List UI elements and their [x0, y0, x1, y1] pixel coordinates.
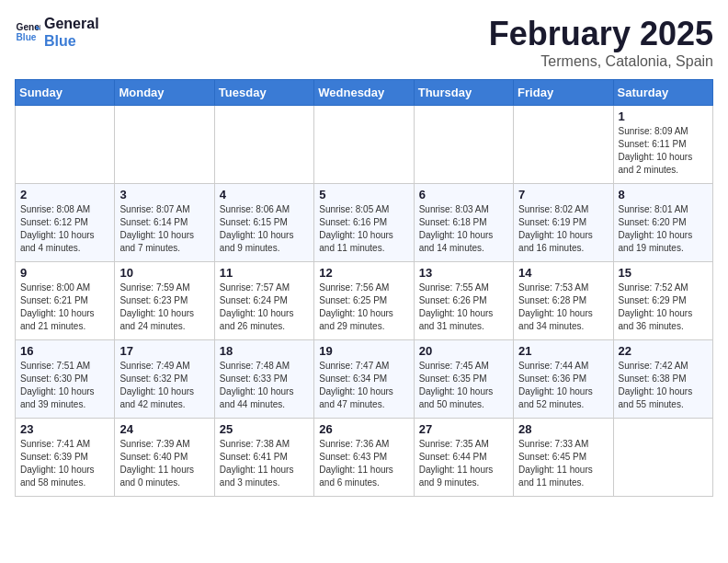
calendar-cell: 15Sunrise: 7:52 AM Sunset: 6:29 PM Dayli…	[613, 262, 712, 340]
calendar-cell: 26Sunrise: 7:36 AM Sunset: 6:43 PM Dayli…	[314, 419, 414, 497]
calendar-cell: 24Sunrise: 7:39 AM Sunset: 6:40 PM Dayli…	[115, 419, 214, 497]
day-info: Sunrise: 7:57 AM Sunset: 6:24 PM Dayligh…	[220, 282, 309, 333]
calendar-cell: 2Sunrise: 8:08 AM Sunset: 6:12 PM Daylig…	[16, 184, 115, 262]
day-number: 13	[419, 266, 508, 280]
day-number: 3	[119, 188, 209, 201]
day-info: Sunrise: 8:07 AM Sunset: 6:14 PM Dayligh…	[119, 203, 209, 255]
day-info: Sunrise: 8:01 AM Sunset: 6:20 PM Dayligh…	[619, 203, 708, 255]
day-info: Sunrise: 8:00 AM Sunset: 6:21 PM Dayligh…	[20, 282, 109, 333]
day-info: Sunrise: 7:53 AM Sunset: 6:28 PM Dayligh…	[518, 282, 608, 333]
logo-line2: Blue	[44, 32, 99, 50]
calendar-cell: 13Sunrise: 7:55 AM Sunset: 6:26 PM Dayli…	[414, 262, 513, 340]
day-number: 22	[619, 344, 708, 358]
calendar-cell: 1Sunrise: 8:09 AM Sunset: 6:11 PM Daylig…	[613, 106, 712, 184]
day-info: Sunrise: 7:33 AM Sunset: 6:45 PM Dayligh…	[518, 438, 608, 489]
day-number: 17	[119, 344, 209, 358]
day-number: 25	[220, 422, 309, 436]
day-header-saturday: Saturday	[613, 80, 712, 106]
day-info: Sunrise: 8:08 AM Sunset: 6:12 PM Dayligh…	[20, 203, 109, 255]
day-number: 24	[119, 422, 209, 436]
day-info: Sunrise: 7:55 AM Sunset: 6:26 PM Dayligh…	[419, 282, 508, 333]
day-header-wednesday: Wednesday	[314, 80, 414, 106]
day-number: 23	[20, 422, 109, 436]
calendar-cell	[16, 106, 115, 184]
day-number: 4	[220, 188, 309, 201]
calendar-cell	[514, 106, 613, 184]
day-number: 9	[20, 266, 109, 280]
day-info: Sunrise: 8:02 AM Sunset: 6:19 PM Dayligh…	[518, 203, 608, 255]
day-number: 20	[419, 344, 508, 358]
svg-text:Blue: Blue	[17, 33, 37, 43]
calendar-week-1: 1Sunrise: 8:09 AM Sunset: 6:11 PM Daylig…	[16, 106, 713, 184]
day-number: 19	[319, 344, 408, 358]
title-area: February 2025 Termens, Catalonia, Spain	[489, 15, 713, 70]
logo-line1: General	[44, 15, 99, 32]
calendar-cell: 10Sunrise: 7:59 AM Sunset: 6:23 PM Dayli…	[115, 262, 214, 340]
calendar-week-2: 2Sunrise: 8:08 AM Sunset: 6:12 PM Daylig…	[16, 184, 713, 262]
day-number: 7	[518, 188, 608, 201]
calendar-cell	[314, 106, 414, 184]
day-info: Sunrise: 7:56 AM Sunset: 6:25 PM Dayligh…	[319, 282, 408, 333]
location-title: Termens, Catalonia, Spain	[489, 53, 713, 70]
logo-icon: General Blue	[15, 19, 40, 45]
calendar-cell: 9Sunrise: 8:00 AM Sunset: 6:21 PM Daylig…	[16, 262, 115, 340]
day-number: 27	[419, 422, 508, 436]
day-info: Sunrise: 7:47 AM Sunset: 6:34 PM Dayligh…	[319, 360, 408, 411]
day-number: 16	[20, 344, 109, 358]
logo: General Blue General Blue	[15, 15, 99, 50]
day-info: Sunrise: 7:39 AM Sunset: 6:40 PM Dayligh…	[119, 438, 209, 489]
day-info: Sunrise: 7:41 AM Sunset: 6:39 PM Dayligh…	[20, 438, 109, 489]
day-number: 26	[319, 422, 408, 436]
calendar-cell: 14Sunrise: 7:53 AM Sunset: 6:28 PM Dayli…	[514, 262, 613, 340]
calendar-cell: 22Sunrise: 7:42 AM Sunset: 6:38 PM Dayli…	[613, 340, 712, 419]
calendar-cell: 25Sunrise: 7:38 AM Sunset: 6:41 PM Dayli…	[214, 419, 313, 497]
day-info: Sunrise: 7:42 AM Sunset: 6:38 PM Dayligh…	[619, 360, 708, 411]
calendar-cell: 4Sunrise: 8:06 AM Sunset: 6:15 PM Daylig…	[214, 184, 313, 262]
day-info: Sunrise: 7:49 AM Sunset: 6:32 PM Dayligh…	[119, 360, 209, 411]
calendar-cell: 7Sunrise: 8:02 AM Sunset: 6:19 PM Daylig…	[514, 184, 613, 262]
day-number: 11	[220, 266, 309, 280]
day-number: 21	[518, 344, 608, 358]
day-number: 15	[619, 266, 708, 280]
calendar-cell: 16Sunrise: 7:51 AM Sunset: 6:30 PM Dayli…	[16, 340, 115, 419]
calendar-cell: 11Sunrise: 7:57 AM Sunset: 6:24 PM Dayli…	[214, 262, 313, 340]
day-header-monday: Monday	[115, 80, 214, 106]
calendar-cell	[414, 106, 513, 184]
day-info: Sunrise: 7:36 AM Sunset: 6:43 PM Dayligh…	[319, 438, 408, 489]
day-header-friday: Friday	[514, 80, 613, 106]
calendar-cell: 12Sunrise: 7:56 AM Sunset: 6:25 PM Dayli…	[314, 262, 414, 340]
day-number: 14	[518, 266, 608, 280]
day-number: 18	[220, 344, 309, 358]
calendar: SundayMondayTuesdayWednesdayThursdayFrid…	[15, 79, 713, 497]
day-info: Sunrise: 8:03 AM Sunset: 6:18 PM Dayligh…	[419, 203, 508, 255]
day-number: 12	[319, 266, 408, 280]
calendar-cell	[115, 106, 214, 184]
day-info: Sunrise: 7:51 AM Sunset: 6:30 PM Dayligh…	[20, 360, 109, 411]
calendar-week-3: 9Sunrise: 8:00 AM Sunset: 6:21 PM Daylig…	[16, 262, 713, 340]
day-header-sunday: Sunday	[16, 80, 115, 106]
day-info: Sunrise: 7:59 AM Sunset: 6:23 PM Dayligh…	[119, 282, 209, 333]
calendar-cell: 28Sunrise: 7:33 AM Sunset: 6:45 PM Dayli…	[514, 419, 613, 497]
day-number: 6	[419, 188, 508, 201]
calendar-cell: 21Sunrise: 7:44 AM Sunset: 6:36 PM Dayli…	[514, 340, 613, 419]
day-number: 2	[20, 188, 109, 201]
day-info: Sunrise: 7:52 AM Sunset: 6:29 PM Dayligh…	[619, 282, 708, 333]
calendar-cell: 27Sunrise: 7:35 AM Sunset: 6:44 PM Dayli…	[414, 419, 513, 497]
day-number: 8	[619, 188, 708, 201]
calendar-cell: 3Sunrise: 8:07 AM Sunset: 6:14 PM Daylig…	[115, 184, 214, 262]
calendar-cell: 8Sunrise: 8:01 AM Sunset: 6:20 PM Daylig…	[613, 184, 712, 262]
month-title: February 2025	[489, 15, 713, 53]
calendar-cell	[214, 106, 313, 184]
calendar-header-row: SundayMondayTuesdayWednesdayThursdayFrid…	[16, 80, 713, 106]
calendar-week-4: 16Sunrise: 7:51 AM Sunset: 6:30 PM Dayli…	[16, 340, 713, 419]
day-info: Sunrise: 8:06 AM Sunset: 6:15 PM Dayligh…	[220, 203, 309, 255]
day-info: Sunrise: 7:38 AM Sunset: 6:41 PM Dayligh…	[220, 438, 309, 489]
day-header-thursday: Thursday	[414, 80, 513, 106]
day-info: Sunrise: 7:35 AM Sunset: 6:44 PM Dayligh…	[419, 438, 508, 489]
day-number: 10	[119, 266, 209, 280]
day-info: Sunrise: 8:09 AM Sunset: 6:11 PM Dayligh…	[619, 125, 708, 177]
day-header-tuesday: Tuesday	[214, 80, 313, 106]
calendar-cell	[613, 419, 712, 497]
day-info: Sunrise: 7:44 AM Sunset: 6:36 PM Dayligh…	[518, 360, 608, 411]
calendar-cell: 19Sunrise: 7:47 AM Sunset: 6:34 PM Dayli…	[314, 340, 414, 419]
